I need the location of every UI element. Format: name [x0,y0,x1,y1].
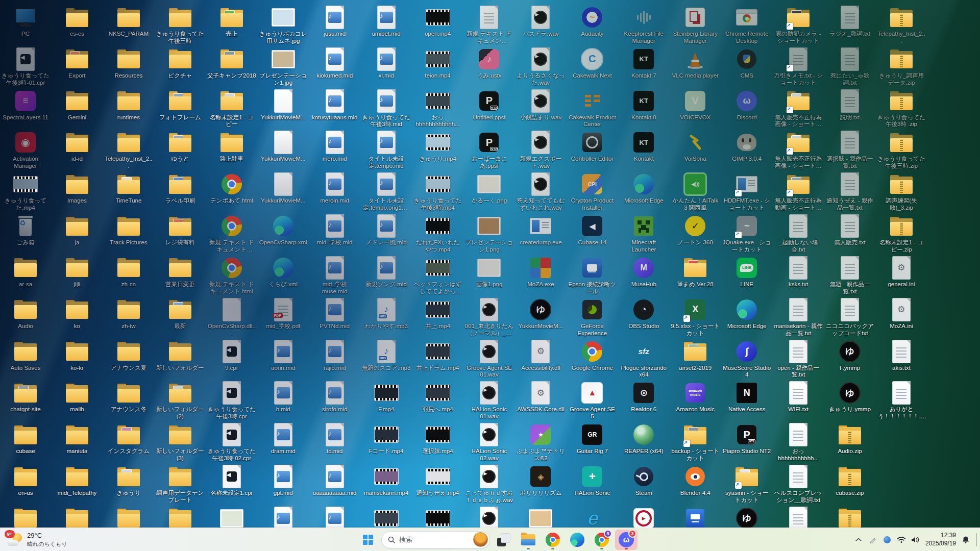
desktop-icon[interactable]: OpenCvSharp.xml [258,214,308,246]
desktop-icon[interactable]: 通知うぜえ - 親作品一覧.txt [825,172,875,212]
desktop-icon[interactable]: YukkuriMovieM... [258,130,308,163]
desktop-icon[interactable]: ♪uaaaaaaaaa.mid [310,464,359,497]
desktop-icon[interactable]: 調声用データテンプレート [155,464,205,504]
volume-icon[interactable] [911,532,920,547]
desktop-icon[interactable]: ωDiscord [722,89,772,121]
desktop-icon[interactable]: 路上駐車 [207,130,256,163]
desktop-icon[interactable]: Fコード.mp4 [361,422,411,455]
desktop-icon[interactable]: ♪xl.mid [361,47,411,80]
desktop-icon[interactable]: ♪MP3わかりやす.mp3 [361,297,411,330]
desktop-icon[interactable]: 羽尻へ.mp4 [413,381,462,413]
desktop-icon[interactable]: chatgpt-site [1,381,51,413]
desktop-icon[interactable]: CPICrypton Product Installer [568,172,617,212]
desktop-icon[interactable]: きゅうりボカコレ用サムネ.jpg [258,5,308,45]
desktop-icon[interactable]: ♪mid_学校muse.mid [310,256,359,295]
desktop-icon[interactable]: ♪sirofo.mid [310,381,359,413]
desktop-icon[interactable]: ▶Groove Agent SE 01.wav [464,339,514,379]
desktop-icon[interactable]: ↗HDDFMT.exe - ショートカット [722,172,772,212]
desktop-icon[interactable]: sfzPlogue sforzando x64 [619,339,669,379]
desktop-icon[interactable]: Microsoft Edge [619,172,669,205]
desktop-icon[interactable]: ▶新規エクスポート.wav [516,130,566,170]
desktop-icon[interactable]: ♪新規ソング.mid [361,256,411,288]
desktop-icon[interactable]: YukkuriMovieM... [258,172,308,205]
desktop-icon[interactable]: Epson 接続診断ツール [568,256,617,295]
desktop-icon[interactable]: Minecraft Launcher [619,214,669,254]
desktop-icon[interactable]: +HALion Sonic [568,464,617,497]
tray-pen-icon[interactable] [868,532,877,547]
desktop-icon[interactable]: ♪umibet.mid [361,5,411,38]
desktop-icon[interactable]: Track Pictures [104,214,153,246]
desktop-icon[interactable]: LINELINE [722,256,772,288]
desktop-icon[interactable]: ♪タイトル未設定.tempo.orig1.mid [361,172,411,212]
desktop-icon[interactable]: midi_Telepathy [52,464,102,497]
desktop-icon[interactable]: だれだFXいれたやつ.mp4 [413,214,462,254]
desktop-icon[interactable]: Blender 4.4 [671,464,720,497]
desktop-icon[interactable]: cubase.zip [825,464,875,497]
desktop-icon[interactable]: YukkuriMovieM... [258,89,308,121]
desktop-icon[interactable]: ♪aorin.mid [258,339,308,372]
desktop-icon[interactable]: 死にたい_ゅ歌詞.txt [825,47,875,87]
desktop-icon[interactable]: きゅうり食ってた.mp4 [1,172,51,212]
desktop-icon[interactable]: ★ぷよぷよ™テトリス®2 [516,422,566,462]
desktop-icon[interactable]: Telepathy_Inst_2... [104,130,153,170]
desktop-icon[interactable]: ◈ポリリリリズム [516,464,566,497]
desktop-icon[interactable]: Resources [104,47,153,80]
desktop-icon[interactable]: ヘッドフォンはずしててよかっt.mp4 [413,256,462,295]
desktop-icon[interactable]: akis.txt [876,339,926,372]
desktop-icon[interactable]: ♪MP3無題のスコア.mp3 [361,339,411,372]
desktop-icon[interactable]: Steam [619,464,669,497]
desktop-icon[interactable]: ↗万引きメモ.txt - ショートカット [774,47,823,87]
desktop-icon[interactable]: PDFmid_学校.pdf [258,297,308,330]
desktop-icon[interactable]: Microsoft Edge [722,297,772,330]
desktop-icon[interactable]: 無人販売.txt [825,214,875,246]
desktop-icon[interactable]: Google Chrome [568,339,617,372]
desktop-icon[interactable]: ◀名称未設定1.cpr [207,464,256,497]
taskbar-app-google-chrome-profile[interactable]: 9 [591,530,613,550]
tray-app-icon[interactable] [883,532,892,547]
desktop-icon[interactable]: TimeTune [104,172,153,205]
desktop-icon[interactable]: ♪PVTNd.mid [310,297,359,330]
weather-widget[interactable]: 9+ 29°C 晴れのちくもり [2,528,72,551]
desktop-icon[interactable]: GIMP 3.0.4 [722,130,772,163]
desktop-icon[interactable]: Gemini [52,89,102,121]
desktop-icon[interactable]: Telepathy_Inst_2... [876,5,926,45]
wifi-icon[interactable] [897,532,906,547]
desktop-icon[interactable]: 売上 [207,5,256,38]
desktop-icon[interactable]: GeForce Experience [568,297,617,337]
desktop-icon[interactable]: ♪うみ.ustx [464,47,514,80]
desktop-icon[interactable]: PNT2Untitled.ppsf [464,89,514,121]
desktop-icon[interactable]: MoZA.exe [516,256,566,288]
desktop-icon[interactable]: open.mp4 [413,5,462,38]
desktop-icon[interactable]: 通知うぜえ.mp4 [413,464,462,497]
desktop-icon[interactable]: 井上ドラム.mp4 [413,339,462,372]
desktop-icon[interactable]: ⚙AWSSDK.Core.dll [516,381,566,413]
desktop-icon[interactable]: ♪rajio.mid [310,339,359,372]
desktop-icon[interactable]: きゅうり食ってた午後三時.zip [876,130,926,170]
desktop-icon[interactable]: zh-tw [104,297,153,330]
desktop-icon[interactable]: ▶答え知っててもむずいわこれ.wav [516,172,566,212]
desktop-icon[interactable]: ♪dram.mid [258,422,308,455]
desktop-icon[interactable]: Controller Editor [568,130,617,163]
desktop-icon[interactable]: 説明.txt [825,89,875,121]
desktop-icon[interactable]: プレゼンテーション1.jpg [258,47,308,87]
desktop-icon[interactable]: おっhhhhhhhhhhhh... [413,89,462,129]
desktop-icon[interactable]: CMS [722,47,772,80]
desktop-icon[interactable]: X↗9.5.xlsx - ショートカット [671,297,720,337]
desktop-icon[interactable]: ↗backup - ショートカット [671,422,720,462]
desktop-icon[interactable]: ◀きゅうり食ってた午後3時.cpr [207,381,256,420]
desktop-icon[interactable]: ◀Cubase 14 [568,214,617,246]
desktop-icon[interactable]: ▶こってゅｈｄすおｆｄｓｂふぉ.wav [464,464,514,504]
taskbar-app-file-explorer[interactable] [517,530,540,550]
desktop-icon[interactable]: es-es [52,5,102,38]
desktop-icon[interactable]: WIFI.txt [774,381,823,413]
desktop-icon[interactable]: ↗無人販売不正行為画像 - ショートカット [774,130,823,170]
desktop-icon[interactable]: NNative Access [722,381,772,413]
desktop-icon[interactable]: amazonmusicAmazon Music [671,381,720,413]
desktop-icon[interactable]: ニコニコバックアップコードtxt [825,297,875,337]
desktop-icon[interactable]: ▶HALion Sonic 02.wav [464,422,514,462]
desktop-icon[interactable]: ♪mid_学校.mid [310,214,359,246]
desktop-icon[interactable]: ◀きゅうり食ってた午後3時-01.cpr [1,47,51,87]
desktop-icon[interactable]: 営業日変更 [155,256,205,288]
desktop-icon[interactable]: ラジオ_歌詞.txt [825,5,875,38]
desktop-icon[interactable]: Audio.zip [825,422,875,455]
